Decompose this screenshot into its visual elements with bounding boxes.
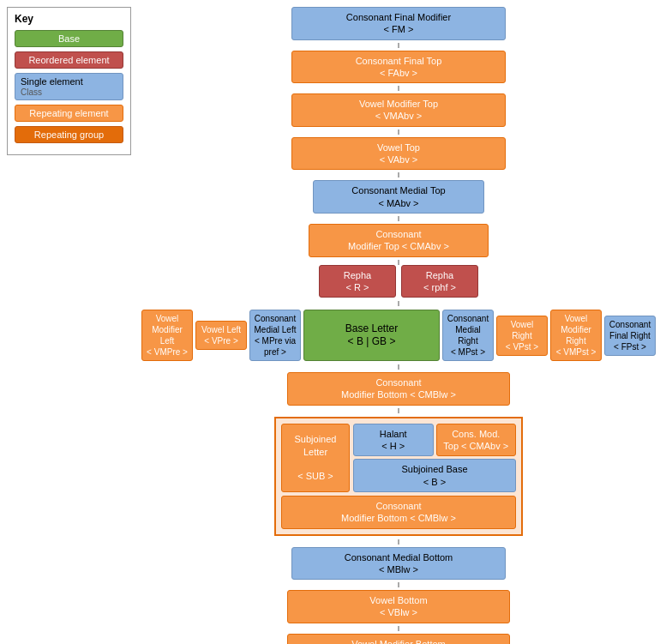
subjoined-right: Halant < H > Cons. Mod. Top < CMAbv > Su… — [353, 424, 516, 492]
connector-2 — [398, 86, 399, 91]
vowel-top-box: Vowel Top < VAbv > — [291, 137, 506, 171]
diagram: Consonant Final Modifier < FM > Consonan… — [141, 7, 656, 644]
repha2-box: Repha < rphf > — [401, 265, 478, 298]
connector-9 — [398, 408, 399, 413]
vowel-bottom-box: Vowel Bottom < VBlw > — [287, 590, 510, 623]
consonant-medial-left-box: Consonant Medial Left < MPre via pref > — [249, 310, 301, 361]
vowel-modifier-top-box: Vowel Modifier Top < VMAbv > — [291, 93, 506, 127]
connector-7 — [398, 301, 399, 306]
repha1-box: Repha < R > — [319, 265, 396, 298]
consonant-medial-bottom-box: Consonant Medial Bottom < MBlw > — [291, 547, 506, 581]
consonant-final-top-box: Consonant Final Top < FAbv > — [291, 51, 506, 84]
key-reordered: Reordered element — [15, 51, 123, 69]
vowel-modifier-bottom-box: Vowel Modifier Bottom < VMBlw > — [287, 634, 510, 644]
consonant-modifier-bottom-outer-box: Consonant Modifier Bottom < CMBlw > — [287, 372, 510, 406]
connector-4 — [398, 172, 399, 178]
vowel-modifier-left-box: Vowel Modifier Left < VMPre > — [141, 310, 193, 361]
subjoined-inner-row: Subjoined Letter < SUB > Halant < H > Co… — [281, 424, 516, 492]
subjoined-letter-box: Subjoined Letter < SUB > — [281, 424, 350, 492]
connector-1 — [398, 43, 399, 48]
key-title: Key — [15, 13, 123, 25]
consonant-medial-top-box: Consonant Medial Top < MAbv > — [313, 180, 484, 214]
key-single: Single elementClass — [15, 73, 123, 100]
connector-12 — [398, 626, 399, 631]
subjoined-group: Subjoined Letter < SUB > Halant < H > Co… — [274, 417, 523, 536]
vowel-right-box: Vowel Right < VPst > — [496, 316, 548, 356]
middle-row: Vowel Modifier Left < VMPre > Vowel Left… — [141, 310, 656, 361]
connector-5 — [398, 216, 399, 221]
connector-10 — [398, 539, 399, 545]
halant-box: Halant < H > — [353, 424, 434, 457]
base-letter-box: Base Letter < B | GB > — [303, 310, 440, 361]
vowel-left-box: Vowel Left < VPre > — [195, 321, 247, 350]
consonant-modifier-top-box: Consonant Modifier Top < CMAbv > — [309, 224, 489, 257]
key-repeating: Repeating element — [15, 105, 123, 122]
key-repeating-group: Repeating group — [15, 126, 123, 143]
cons-mod-top-inner-box: Cons. Mod. Top < CMAbv > — [436, 424, 517, 457]
consonant-final-right-box: Consonant Final Right < FPst > — [604, 316, 656, 356]
halant-consmod-row: Halant < H > Cons. Mod. Top < CMAbv > — [353, 424, 516, 457]
key-base: Base — [15, 30, 123, 47]
consonant-modifier-bottom-inner-box: Consonant Modifier Bottom < CMBlw > — [281, 496, 516, 529]
connector-8 — [398, 364, 399, 370]
key-legend: Key Base Reordered element Single elemen… — [7, 7, 131, 155]
subjoined-base-box: Subjoined Base < B > — [353, 459, 516, 492]
vowel-modifier-right-box: Vowel Modifier Right < VMPst > — [550, 310, 602, 361]
connector-3 — [398, 129, 399, 135]
connector-11 — [398, 582, 399, 587]
consonant-final-modifier-box: Consonant Final Modifier < FM > — [291, 7, 506, 40]
consonant-medial-right-box: Consonant Medial Right < MPst > — [442, 310, 494, 361]
repha-row: Repha < R > Repha < rphf > — [141, 265, 656, 298]
